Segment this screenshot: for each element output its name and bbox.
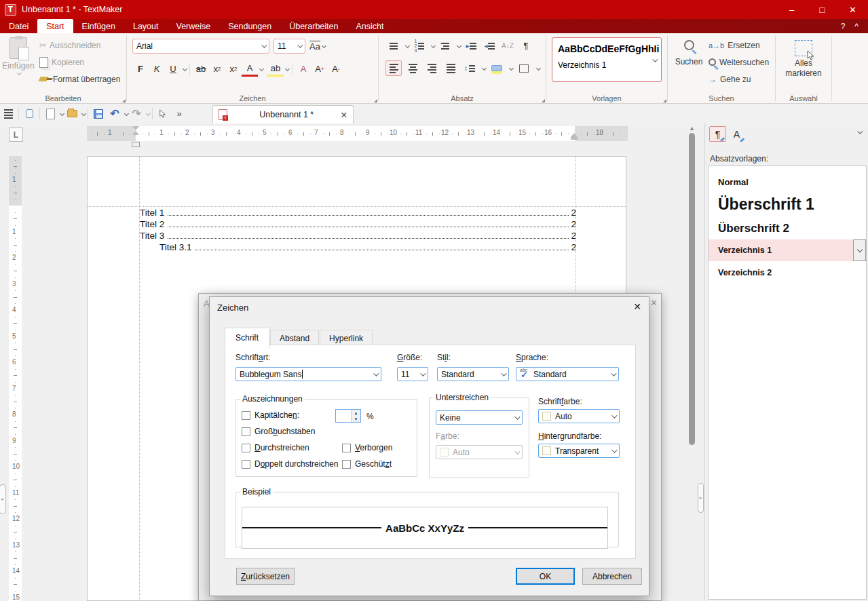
style-item-ueberschrift-1[interactable]: Überschrift 1 — [709, 191, 866, 218]
size-field[interactable]: 11 — [397, 367, 428, 381]
style-field[interactable]: Standard — [437, 367, 509, 381]
italic-button[interactable]: K — [149, 61, 165, 77]
open-file-icon[interactable] — [64, 106, 80, 122]
document-tab-close-icon[interactable]: ✕ — [341, 110, 347, 120]
select-all-button[interactable]: Allesmarkieren — [776, 33, 831, 90]
style-item-verzeichnis-2[interactable]: Verzeichnis 2 — [709, 264, 866, 282]
paste-button[interactable]: Einfügen — [0, 33, 37, 90]
redo-options-icon[interactable] — [146, 111, 151, 116]
justify-button[interactable] — [442, 60, 459, 76]
grow-font-button[interactable]: A+ — [312, 61, 328, 77]
style-item-verzeichnis-1[interactable]: Verzeichnis 1 — [709, 239, 866, 261]
right-margin-marker[interactable] — [571, 133, 578, 140]
style-gallery[interactable]: AaBbCcDdEeFfGgHhIi Verzeichnis 1 — [552, 37, 662, 82]
tab-datei[interactable]: Datei — [0, 19, 37, 33]
strikethrough-button[interactable]: ab — [193, 61, 209, 77]
copy-button[interactable]: Kopieren — [37, 54, 120, 71]
close-button[interactable]: ✕ — [837, 0, 868, 19]
background-color-field[interactable]: Transparent — [538, 444, 620, 458]
numbered-list-button[interactable]: 123 — [411, 38, 428, 54]
underline-color-field[interactable]: Auto — [436, 445, 523, 459]
pan-hand-icon[interactable] — [21, 106, 37, 122]
subscript-button[interactable]: x2 — [209, 61, 225, 77]
numbered-list-options-icon[interactable] — [431, 43, 436, 48]
tab-layout[interactable]: Layout — [124, 19, 168, 33]
vertical-scrollbar[interactable]: ▲ — [687, 123, 697, 601]
uppercase-checkbox[interactable]: Großbuchstaben — [242, 427, 315, 436]
font-size-combo[interactable]: 11 — [273, 39, 305, 54]
sidebar-splitter[interactable]: ▸ — [698, 483, 704, 513]
strikethrough-checkbox[interactable]: Durchstreichen — [242, 443, 309, 452]
new-document-icon[interactable] — [42, 106, 58, 122]
style-item-ueberschrift-2[interactable]: Überschrift 2 — [709, 218, 866, 239]
maximize-button[interactable]: □ — [807, 0, 837, 19]
ok-button[interactable]: OK — [516, 568, 575, 585]
first-line-indent-marker[interactable] — [132, 126, 139, 135]
shading-button[interactable] — [489, 60, 505, 76]
menu-lines-icon[interactable] — [0, 106, 16, 122]
replace-button[interactable]: a→bErsetzen — [706, 37, 769, 54]
underline-options-icon[interactable] — [183, 66, 187, 71]
paragraph-styles-toggle[interactable]: ¶ — [709, 126, 726, 142]
scroll-up-icon[interactable]: ▲ — [689, 125, 695, 132]
line-spacing-options-icon[interactable] — [482, 66, 487, 71]
dialog-close-button[interactable]: ✕ — [626, 297, 649, 316]
left-panel-splitter[interactable]: ▸ — [0, 484, 6, 514]
tab-ansicht[interactable]: Ansicht — [347, 19, 392, 33]
hidden-checkbox[interactable]: Verborgen — [342, 443, 392, 452]
smallcaps-checkbox[interactable]: Kapitälchen: — [242, 410, 299, 420]
underline-button[interactable]: U — [165, 61, 181, 77]
background-dialog-close-icon[interactable]: ✕ — [650, 298, 658, 308]
font-color-options-icon[interactable] — [259, 66, 264, 71]
horizontal-ruler[interactable]: 12345678910111213141516181 — [0, 126, 685, 141]
tab-ueberarbeiten[interactable]: Überarbeiten — [280, 19, 347, 33]
increase-indent-button[interactable]: ▸ — [463, 38, 479, 54]
style-item-normal[interactable]: Normal — [709, 173, 866, 191]
font-name-field[interactable]: Bubblegum Sans — [235, 367, 381, 381]
find-button[interactable]: Suchen — [672, 33, 706, 90]
sidebar-menu-chevron-icon[interactable] — [857, 128, 863, 134]
open-file-options-icon[interactable] — [81, 111, 86, 116]
minimize-button[interactable]: – — [776, 0, 807, 19]
scrollbar-thumb[interactable] — [689, 133, 695, 445]
underline-style-field[interactable]: Keine — [436, 410, 523, 425]
style-item-dropdown[interactable] — [853, 239, 866, 261]
format-painter-button[interactable]: Format übertragen — [37, 71, 120, 88]
dialog-tab-schrift[interactable]: Schrift — [225, 328, 269, 348]
superscript-button[interactable]: x2 — [225, 61, 242, 77]
multilevel-list-options-icon[interactable] — [457, 43, 461, 48]
redo-icon[interactable]: ↷ — [128, 106, 145, 122]
borders-options-icon[interactable] — [536, 66, 541, 71]
cut-button[interactable]: ✂Ausschneiden — [37, 37, 120, 54]
font-color-field[interactable]: Auto — [538, 409, 620, 423]
double-strikethrough-checkbox[interactable]: Doppelt durchstreichen — [242, 459, 338, 469]
document-tab[interactable]: T Unbenannt 1 * ✕ — [212, 105, 354, 123]
find-next-button[interactable]: Weitersuchen — [706, 54, 769, 71]
help-icon[interactable]: ? — [841, 22, 846, 31]
left-indent-marker[interactable] — [132, 142, 140, 147]
collapse-ribbon-icon[interactable]: ^ — [854, 22, 858, 31]
language-field[interactable]: abc ✓ Standard — [516, 367, 619, 381]
bullet-list-options-icon[interactable] — [405, 43, 410, 48]
borders-button[interactable] — [516, 60, 532, 76]
toolbar-overflow-icon[interactable]: » — [171, 106, 187, 122]
protected-checkbox[interactable]: Geschützt — [342, 459, 392, 469]
align-right-button[interactable] — [423, 60, 440, 76]
tab-verweise[interactable]: Verweise — [167, 19, 219, 33]
highlight-button[interactable]: ab — [267, 61, 284, 77]
highlight-options-icon[interactable] — [285, 66, 290, 71]
shading-options-icon[interactable] — [509, 66, 514, 71]
align-left-button[interactable] — [385, 60, 402, 76]
character-styles-toggle[interactable]: A — [728, 126, 745, 142]
pilcrow-button[interactable]: ¶ — [518, 38, 534, 54]
multilevel-list-button[interactable] — [437, 38, 453, 54]
decrease-indent-button[interactable]: ◂ — [481, 38, 497, 54]
shrink-font-button[interactable]: A- — [328, 61, 344, 77]
tab-start[interactable]: Start — [37, 19, 73, 33]
vertical-ruler[interactable]: 1234567891011121314151 — [9, 148, 22, 601]
sort-button[interactable]: A↕Z — [499, 38, 516, 54]
change-case-button[interactable]: Aa — [309, 38, 326, 54]
select-cursor-icon[interactable] — [155, 106, 171, 122]
tab-sendungen[interactable]: Sendungen — [219, 19, 280, 33]
font-color-button[interactable]: A — [242, 61, 258, 77]
